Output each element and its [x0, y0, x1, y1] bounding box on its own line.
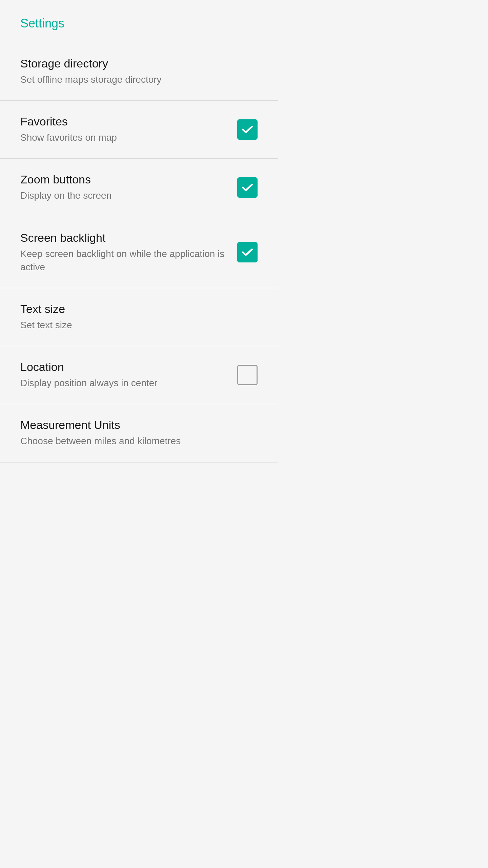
settings-item-subtitle: Set offline maps storage directory [20, 73, 258, 86]
settings-item-title: Zoom buttons [20, 173, 237, 186]
settings-item-title: Screen backlight [20, 231, 237, 244]
settings-item-title: Text size [20, 302, 258, 316]
favorites-checkbox[interactable] [237, 119, 258, 140]
settings-item-title: Storage directory [20, 57, 258, 70]
settings-item-text: Favorites Show favorites on map [20, 115, 237, 144]
settings-item-subtitle: Keep screen backlight on while the appli… [20, 247, 237, 274]
checkmark-icon [241, 181, 254, 194]
settings-item-text: Zoom buttons Display on the screen [20, 173, 237, 202]
page-title: Settings [0, 0, 278, 43]
settings-item-storage-directory[interactable]: Storage directory Set offline maps stora… [0, 43, 278, 101]
screen-backlight-checkbox[interactable] [237, 242, 258, 262]
settings-item-text: Location Display position always in cent… [20, 360, 237, 390]
settings-list: Storage directory Set offline maps stora… [0, 43, 278, 462]
settings-item-subtitle: Show favorites on map [20, 131, 237, 144]
settings-item-title: Location [20, 360, 237, 374]
location-checkbox[interactable] [237, 365, 258, 385]
checkmark-icon [241, 123, 254, 136]
settings-item-favorites[interactable]: Favorites Show favorites on map [0, 101, 278, 159]
settings-item-title: Favorites [20, 115, 237, 128]
settings-item-subtitle: Display on the screen [20, 189, 237, 202]
settings-item-zoom-buttons[interactable]: Zoom buttons Display on the screen [0, 159, 278, 217]
settings-item-subtitle: Display position always in center [20, 376, 237, 390]
settings-item-text: Storage directory Set offline maps stora… [20, 57, 258, 86]
settings-item-title: Measurement Units [20, 418, 258, 432]
page-container: Settings Storage directory Set offline m… [0, 0, 278, 462]
settings-item-text: Text size Set text size [20, 302, 258, 332]
settings-item-measurement-units[interactable]: Measurement Units Choose between miles a… [0, 404, 278, 462]
settings-item-location[interactable]: Location Display position always in cent… [0, 346, 278, 404]
checkmark-icon [241, 245, 254, 259]
settings-item-subtitle: Set text size [20, 318, 258, 332]
settings-item-screen-backlight[interactable]: Screen backlight Keep screen backlight o… [0, 217, 278, 288]
zoom-buttons-checkbox[interactable] [237, 177, 258, 198]
settings-item-text: Screen backlight Keep screen backlight o… [20, 231, 237, 274]
settings-item-text-size[interactable]: Text size Set text size [0, 288, 278, 346]
settings-item-subtitle: Choose between miles and kilometres [20, 434, 258, 448]
settings-item-text: Measurement Units Choose between miles a… [20, 418, 258, 448]
